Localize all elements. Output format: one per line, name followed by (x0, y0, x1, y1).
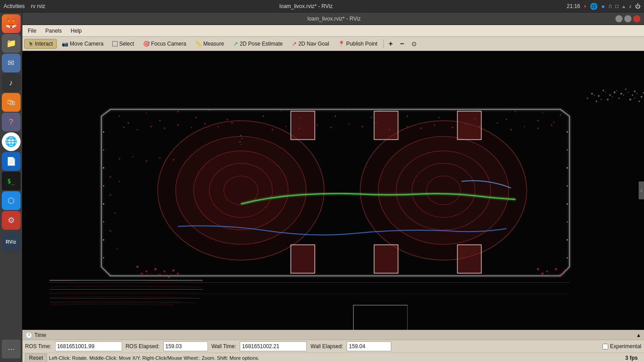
svg-point-64 (164, 127, 165, 129)
svg-point-75 (348, 123, 350, 125)
experimental-checkbox[interactable] (602, 344, 608, 349)
svg-point-62 (137, 129, 138, 130)
svg-point-23 (344, 109, 345, 110)
dock-help[interactable]: ? (2, 113, 21, 131)
wall-elapsed-label: Wall Elapsed: (310, 343, 343, 349)
svg-point-94 (173, 159, 174, 161)
title-bar: loam_livox.rviz* - RViz (22, 13, 644, 25)
system-bar: Activities rv rviz loam_livox.rviz* - RV… (0, 0, 644, 13)
svg-point-159 (541, 273, 543, 275)
svg-point-90 (119, 158, 120, 160)
svg-point-131 (619, 97, 620, 99)
toolbar-reset-zoom-button[interactable]: ⊙ (408, 38, 420, 49)
dock-thunderbird[interactable]: ✉ (2, 54, 21, 72)
pose-estimate-label: 2D Pose Estimate (240, 41, 283, 47)
dock-vscode[interactable]: ⬡ (2, 191, 21, 210)
record-indicator: ● (584, 4, 586, 8)
nav-goal-icon: ↗ (292, 40, 297, 47)
toolbar-pose-estimate-button[interactable]: ↗ 2D Pose Estimate (229, 38, 287, 49)
svg-point-45 (103, 131, 104, 132)
wall-elapsed-input[interactable] (347, 341, 391, 351)
focus-camera-icon: 🎯 (143, 41, 150, 47)
svg-point-18 (177, 111, 178, 113)
menu-file[interactable]: File (24, 27, 40, 35)
dock-terminal[interactable]: $_ (2, 172, 21, 190)
dock-files[interactable]: 📁 (2, 34, 21, 53)
right-panel-toggle[interactable]: ‹ (639, 181, 644, 199)
content-area[interactable]: ‹ (22, 51, 644, 330)
tray-icon-power: ⏻ (635, 3, 640, 9)
activities-label[interactable]: Activities (4, 3, 25, 9)
svg-point-156 (546, 270, 548, 272)
publish-point-icon: 📍 (338, 41, 345, 47)
minimize-button[interactable] (615, 15, 623, 22)
svg-point-136 (605, 92, 606, 93)
dock-rviz[interactable]: RViz (2, 232, 21, 251)
toolbar-zoom-in-button[interactable]: + (386, 38, 396, 50)
svg-rect-104 (290, 244, 315, 274)
svg-point-155 (537, 268, 539, 270)
tray-icon-network: 🌐 (590, 3, 597, 10)
svg-point-47 (103, 167, 104, 168)
wall-time-input[interactable] (240, 341, 307, 351)
dock-firefox[interactable]: 🦊 (2, 14, 21, 33)
svg-point-86 (510, 129, 512, 130)
svg-point-145 (136, 266, 139, 268)
menu-help[interactable]: Help (67, 27, 85, 35)
window-title: loam_livox.rviz* - RViz (280, 3, 333, 9)
dock-writer[interactable]: 📄 (2, 152, 21, 171)
toolbar-measure-button[interactable]: 📏 Measure (191, 39, 228, 49)
toolbar-publish-point-button[interactable]: 📍 Publish Point (334, 39, 381, 49)
toolbar-nav-goal-button[interactable]: ↗ 2D Nav Goal (288, 38, 333, 49)
dock-show-apps[interactable]: ⋯ (2, 340, 21, 358)
app-name[interactable]: rv rviz (31, 3, 45, 9)
svg-point-39 (407, 115, 408, 117)
ros-time-input[interactable] (55, 341, 122, 351)
ros-elapsed-input[interactable] (163, 341, 208, 351)
dock-settings[interactable]: ⚙ (2, 211, 21, 230)
tray-icon-display: □ (615, 3, 619, 9)
toolbar-focus-camera-button[interactable]: 🎯 Focus Camera (139, 39, 191, 49)
svg-point-29 (542, 113, 543, 114)
svg-point-53 (567, 131, 568, 132)
svg-point-79 (407, 126, 408, 127)
dock-chrome[interactable]: 🌐 (2, 132, 21, 151)
dock-software[interactable]: 🛍 (2, 93, 21, 112)
svg-point-48 (103, 185, 104, 186)
toolbar-zoom-out-button[interactable]: − (397, 38, 407, 50)
svg-rect-101 (290, 111, 315, 140)
toolbar-move-camera-button[interactable]: 📷 Move Camera (58, 39, 107, 49)
svg-point-118 (602, 90, 604, 92)
svg-point-158 (564, 269, 566, 271)
ros-time-label: ROS Time: (25, 343, 51, 349)
svg-point-42 (506, 119, 507, 120)
svg-point-100 (116, 248, 118, 249)
svg-point-52 (103, 257, 104, 258)
menu-panels[interactable]: Panels (42, 27, 65, 35)
svg-point-117 (591, 93, 593, 95)
move-camera-icon: 📷 (62, 41, 68, 47)
toolbar-select-button[interactable]: Select (108, 39, 138, 49)
svg-point-148 (164, 270, 165, 272)
svg-point-58 (567, 221, 568, 222)
reset-button[interactable]: Reset (25, 354, 47, 362)
svg-rect-102 (374, 111, 398, 140)
lidar-visualization (22, 51, 644, 330)
svg-point-151 (150, 275, 152, 277)
svg-point-149 (172, 269, 174, 272)
dock-rhythmbox[interactable]: ♪ (2, 73, 21, 92)
tray-icon-chrome: ● (601, 3, 605, 10)
svg-point-127 (632, 94, 633, 96)
toolbar-interact-button[interactable]: 🖱 Interact (24, 39, 57, 49)
svg-point-150 (141, 273, 143, 274)
publish-point-label: Publish Point (346, 41, 377, 47)
close-button[interactable] (633, 15, 640, 22)
svg-point-120 (625, 88, 627, 90)
maximize-button[interactable] (624, 15, 631, 22)
fps-display: 3 fps (625, 355, 638, 361)
tray-icon-network2: ⟁ (622, 3, 625, 9)
svg-point-21 (281, 110, 282, 111)
svg-point-82 (452, 126, 453, 128)
svg-point-17 (146, 113, 147, 114)
time-panel-expand[interactable]: ▲ (636, 332, 641, 338)
